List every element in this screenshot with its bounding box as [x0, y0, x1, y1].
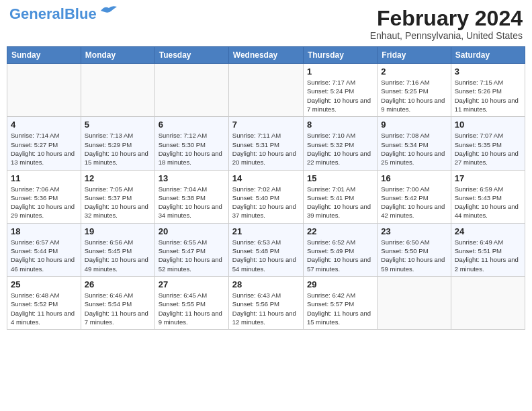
calendar-cell: 24Sunrise: 6:49 AM Sunset: 5:51 PM Dayli…	[451, 223, 525, 276]
calendar-week-row: 11Sunrise: 7:06 AM Sunset: 5:36 PM Dayli…	[7, 170, 525, 223]
day-info: Sunrise: 7:07 AM Sunset: 5:35 PM Dayligh…	[455, 131, 521, 167]
weekday-header-saturday: Saturday	[451, 47, 525, 64]
day-number: 2	[381, 66, 447, 77]
calendar-cell: 14Sunrise: 7:02 AM Sunset: 5:40 PM Dayli…	[228, 170, 303, 223]
title-block: February 2024 Enhaut, Pennsylvania, Unit…	[370, 7, 523, 41]
day-info: Sunrise: 6:53 AM Sunset: 5:48 PM Dayligh…	[232, 238, 300, 273]
day-info: Sunrise: 7:02 AM Sunset: 5:40 PM Dayligh…	[232, 185, 300, 220]
day-info: Sunrise: 7:15 AM Sunset: 5:26 PM Dayligh…	[455, 78, 521, 113]
weekday-header-friday: Friday	[378, 47, 451, 64]
day-info: Sunrise: 7:12 AM Sunset: 5:30 PM Dayligh…	[159, 131, 225, 167]
calendar-cell: 18Sunrise: 6:57 AM Sunset: 5:44 PM Dayli…	[7, 223, 81, 276]
calendar-cell: 6Sunrise: 7:12 AM Sunset: 5:30 PM Daylig…	[154, 117, 228, 170]
calendar-cell	[451, 276, 525, 329]
day-info: Sunrise: 6:56 AM Sunset: 5:45 PM Dayligh…	[85, 238, 151, 273]
logo-text: GeneralBlue	[9, 7, 97, 21]
day-number: 24	[455, 226, 521, 236]
calendar-cell: 15Sunrise: 7:01 AM Sunset: 5:41 PM Dayli…	[303, 170, 377, 223]
day-number: 14	[232, 173, 300, 183]
calendar-cell: 9Sunrise: 7:08 AM Sunset: 5:34 PM Daylig…	[378, 117, 451, 170]
day-number: 23	[381, 226, 447, 236]
calendar-cell: 16Sunrise: 7:00 AM Sunset: 5:42 PM Dayli…	[378, 170, 451, 223]
calendar-cell: 2Sunrise: 7:16 AM Sunset: 5:25 PM Daylig…	[378, 64, 451, 117]
day-number: 11	[11, 173, 77, 183]
weekday-header-monday: Monday	[81, 47, 154, 64]
weekday-header-wednesday: Wednesday	[228, 47, 303, 64]
day-number: 6	[159, 120, 225, 130]
calendar-cell: 29Sunrise: 6:42 AM Sunset: 5:57 PM Dayli…	[303, 276, 377, 329]
day-info: Sunrise: 7:16 AM Sunset: 5:25 PM Dayligh…	[381, 78, 447, 113]
calendar-cell: 26Sunrise: 6:46 AM Sunset: 5:54 PM Dayli…	[81, 276, 154, 329]
calendar-cell: 5Sunrise: 7:13 AM Sunset: 5:29 PM Daylig…	[81, 117, 154, 170]
day-number: 17	[455, 173, 521, 183]
day-info: Sunrise: 6:59 AM Sunset: 5:43 PM Dayligh…	[455, 185, 521, 220]
day-info: Sunrise: 7:08 AM Sunset: 5:34 PM Dayligh…	[381, 131, 447, 167]
weekday-header-row: SundayMondayTuesdayWednesdayThursdayFrid…	[7, 47, 525, 64]
day-number: 8	[307, 120, 373, 130]
calendar-cell: 4Sunrise: 7:14 AM Sunset: 5:27 PM Daylig…	[7, 117, 81, 170]
calendar-cell: 21Sunrise: 6:53 AM Sunset: 5:48 PM Dayli…	[228, 223, 303, 276]
day-number: 20	[159, 226, 225, 236]
day-info: Sunrise: 7:13 AM Sunset: 5:29 PM Dayligh…	[85, 131, 151, 167]
day-info: Sunrise: 7:10 AM Sunset: 5:32 PM Dayligh…	[307, 131, 373, 167]
day-number: 22	[307, 226, 373, 236]
day-info: Sunrise: 7:01 AM Sunset: 5:41 PM Dayligh…	[307, 185, 373, 220]
day-info: Sunrise: 6:52 AM Sunset: 5:49 PM Dayligh…	[307, 238, 373, 273]
day-info: Sunrise: 6:50 AM Sunset: 5:50 PM Dayligh…	[381, 238, 447, 273]
day-number: 4	[11, 120, 77, 130]
calendar-cell: 8Sunrise: 7:10 AM Sunset: 5:32 PM Daylig…	[303, 117, 377, 170]
day-number: 21	[232, 226, 300, 236]
calendar-cell: 13Sunrise: 7:04 AM Sunset: 5:38 PM Dayli…	[154, 170, 228, 223]
calendar-week-row: 4Sunrise: 7:14 AM Sunset: 5:27 PM Daylig…	[7, 117, 525, 170]
calendar-cell: 28Sunrise: 6:43 AM Sunset: 5:56 PM Dayli…	[228, 276, 303, 329]
calendar-cell	[7, 64, 81, 117]
main-title: February 2024	[370, 7, 523, 30]
day-info: Sunrise: 6:42 AM Sunset: 5:57 PM Dayligh…	[307, 291, 373, 326]
day-number: 29	[307, 279, 373, 289]
day-info: Sunrise: 7:00 AM Sunset: 5:42 PM Dayligh…	[381, 185, 447, 220]
calendar-cell: 3Sunrise: 7:15 AM Sunset: 5:26 PM Daylig…	[451, 64, 525, 117]
day-info: Sunrise: 6:57 AM Sunset: 5:44 PM Dayligh…	[11, 238, 77, 273]
day-number: 13	[159, 173, 225, 183]
weekday-header-sunday: Sunday	[7, 47, 81, 64]
day-number: 18	[11, 226, 77, 236]
calendar-cell: 25Sunrise: 6:48 AM Sunset: 5:52 PM Dayli…	[7, 276, 81, 329]
day-info: Sunrise: 7:17 AM Sunset: 5:24 PM Dayligh…	[307, 78, 373, 113]
day-number: 19	[85, 226, 151, 236]
day-number: 7	[232, 120, 300, 130]
day-info: Sunrise: 6:48 AM Sunset: 5:52 PM Dayligh…	[11, 291, 77, 326]
calendar-cell: 7Sunrise: 7:11 AM Sunset: 5:31 PM Daylig…	[228, 117, 303, 170]
weekday-header-thursday: Thursday	[303, 47, 377, 64]
calendar-cell: 23Sunrise: 6:50 AM Sunset: 5:50 PM Dayli…	[378, 223, 451, 276]
weekday-header-tuesday: Tuesday	[154, 47, 228, 64]
day-info: Sunrise: 6:45 AM Sunset: 5:55 PM Dayligh…	[159, 291, 225, 326]
subtitle: Enhaut, Pennsylvania, United States	[370, 30, 523, 41]
day-info: Sunrise: 7:14 AM Sunset: 5:27 PM Dayligh…	[11, 131, 77, 167]
day-info: Sunrise: 7:05 AM Sunset: 5:37 PM Dayligh…	[85, 185, 151, 220]
calendar-cell	[81, 64, 154, 117]
calendar-cell: 10Sunrise: 7:07 AM Sunset: 5:35 PM Dayli…	[451, 117, 525, 170]
day-info: Sunrise: 6:46 AM Sunset: 5:54 PM Dayligh…	[85, 291, 151, 326]
calendar-cell: 1Sunrise: 7:17 AM Sunset: 5:24 PM Daylig…	[303, 64, 377, 117]
day-number: 3	[455, 66, 521, 77]
logo: GeneralBlue	[9, 7, 118, 21]
day-number: 27	[159, 279, 225, 289]
calendar-cell: 20Sunrise: 6:55 AM Sunset: 5:47 PM Dayli…	[154, 223, 228, 276]
day-number: 9	[381, 120, 447, 130]
calendar-cell: 22Sunrise: 6:52 AM Sunset: 5:49 PM Dayli…	[303, 223, 377, 276]
calendar-cell: 12Sunrise: 7:05 AM Sunset: 5:37 PM Dayli…	[81, 170, 154, 223]
calendar-cell: 19Sunrise: 6:56 AM Sunset: 5:45 PM Dayli…	[81, 223, 154, 276]
calendar-cell	[378, 276, 451, 329]
day-number: 26	[85, 279, 151, 289]
day-number: 1	[307, 66, 373, 77]
day-number: 28	[232, 279, 300, 289]
day-info: Sunrise: 7:11 AM Sunset: 5:31 PM Dayligh…	[232, 131, 300, 167]
page-header: GeneralBlue February 2024 Enhaut, Pennsy…	[7, 7, 525, 41]
calendar-week-row: 25Sunrise: 6:48 AM Sunset: 5:52 PM Dayli…	[7, 276, 525, 329]
day-number: 15	[307, 173, 373, 183]
day-number: 10	[455, 120, 521, 130]
calendar-cell	[154, 64, 228, 117]
day-number: 25	[11, 279, 77, 289]
logo-bird-icon	[99, 4, 118, 17]
calendar-table: SundayMondayTuesdayWednesdayThursdayFrid…	[7, 46, 525, 330]
